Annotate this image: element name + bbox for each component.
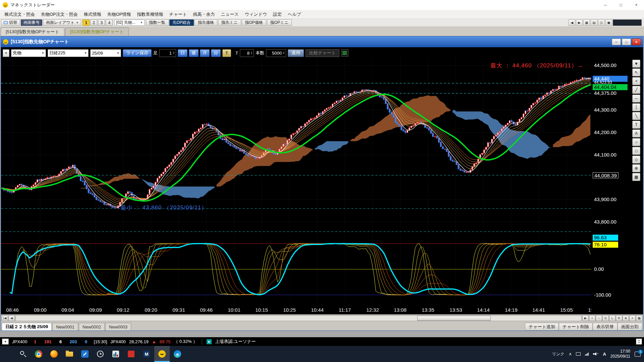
switch-button[interactable]: 切替 xyxy=(1,19,20,26)
notification-center-icon[interactable]: 1 xyxy=(635,352,641,357)
annotation-tool[interactable]: A xyxy=(632,129,640,137)
monex-m-taskbar-button[interactable]: M xyxy=(139,346,154,362)
chart-action-button-1[interactable]: チャート削除 xyxy=(559,323,593,330)
menu-item[interactable]: 先物OP情報 xyxy=(104,10,134,18)
chart-minimize-button[interactable]: ─ xyxy=(612,39,621,45)
menu-item[interactable]: 株式情報 xyxy=(81,10,104,18)
chevron-up-icon[interactable]: ∧ xyxy=(569,352,572,356)
scroll-left-button[interactable]: |◀ xyxy=(2,315,8,321)
apply-button[interactable]: 適用 xyxy=(288,49,304,57)
crosshair-tool[interactable]: + xyxy=(632,77,640,85)
price-axis[interactable]: 44,500.0044,44044,423.9344,404.0444,375.… xyxy=(592,59,631,231)
screen-number-button[interactable]: 画面番号 xyxy=(21,19,42,26)
grid-view-icon[interactable]: ▦ xyxy=(583,19,590,26)
rss-taskbar-button[interactable] xyxy=(123,346,139,362)
mode-r-button[interactable]: R xyxy=(616,315,622,321)
bar-input[interactable]: 1 ▲▼ xyxy=(159,49,176,57)
close-drawing-button[interactable]: × xyxy=(629,315,636,321)
line-save-button[interactable]: ライン保存 xyxy=(123,49,152,57)
firefox-taskbar-button[interactable] xyxy=(46,346,62,362)
ellipse-tool[interactable]: ○ xyxy=(632,138,640,146)
screen-capture-icon[interactable]: ▣ xyxy=(605,19,612,26)
compare-chart-button[interactable]: 比較チャート xyxy=(306,49,339,57)
columns-view-icon[interactable]: ◫ xyxy=(598,19,605,26)
monex-trader-taskbar-button[interactable] xyxy=(154,346,170,362)
spinner-icon[interactable]: ▲▼ xyxy=(283,51,285,55)
clock-taskbar-button[interactable] xyxy=(93,346,108,362)
chart-tab-1[interactable]: New0001 xyxy=(52,323,78,330)
volume-muted-icon[interactable]: × xyxy=(593,352,598,356)
status-symbol[interactable]: JPX400 xyxy=(12,339,28,344)
preset-dropdown[interactable]: [02] 先物... ▼ xyxy=(114,19,145,26)
edge-taskbar-button[interactable]: e xyxy=(170,346,185,362)
minimize-button[interactable]: ─ xyxy=(598,0,613,10)
vertical-line-tool[interactable]: │ xyxy=(632,103,640,111)
chrome-taskbar-button[interactable] xyxy=(31,346,46,362)
quick-button-5[interactable]: 指OPミニ xyxy=(267,19,292,26)
scroll-right-button[interactable]: ▶ xyxy=(582,315,589,321)
page-button-1[interactable]: 1 xyxy=(83,19,90,26)
quick-button-4[interactable]: 指OP価格 xyxy=(242,19,266,26)
oscillator-axis[interactable]: 96.6376.100.00-100.00 xyxy=(592,231,631,306)
scroll-right-icon[interactable]: ▶ xyxy=(576,19,583,26)
indicator-list-icon[interactable] xyxy=(341,49,348,57)
ticker-scroll-buttons[interactable]: ▲▼ xyxy=(636,339,642,345)
mode-d-button[interactable]: D xyxy=(602,315,609,321)
notes-taskbar-button[interactable] xyxy=(77,346,93,362)
symbol-select[interactable]: 日経225 ▼ xyxy=(48,49,89,57)
chart-tab-2[interactable]: New0002 xyxy=(79,323,105,330)
page-button-3[interactable]: 3 xyxy=(98,19,105,26)
quick-button-2[interactable]: 指先価格 xyxy=(195,19,217,26)
status-symbol-dropdown[interactable]: ▼ xyxy=(2,339,9,345)
document-tab-0[interactable]: [5130]指数先物OPチャート xyxy=(1,27,64,36)
ime-indicator[interactable]: A xyxy=(603,352,606,357)
target-button[interactable]: ⊕ xyxy=(623,315,629,321)
scroll-left-button[interactable]: ◀ xyxy=(8,315,15,321)
network-signal-icon[interactable] xyxy=(585,352,589,356)
contract-select[interactable]: 25/09 ▼ xyxy=(90,49,121,57)
chart-mini-dropdown[interactable]: ▼ xyxy=(3,49,9,57)
page-button-4[interactable]: 4 xyxy=(106,19,113,26)
start-taskbar-button[interactable] xyxy=(0,346,15,362)
scrollbar-thumb[interactable] xyxy=(417,316,491,321)
channel-tool[interactable]: ╲ xyxy=(632,112,640,120)
menu-item[interactable]: ヘルプ xyxy=(285,10,304,18)
monitor-tray-icon[interactable] xyxy=(576,352,581,356)
quick-button-1[interactable]: 先OP総合 xyxy=(169,19,194,26)
grid-tool[interactable]: ▦ xyxy=(632,173,640,181)
period-button[interactable]: 分 xyxy=(211,49,221,57)
chart-window-titlebar[interactable]: [5130]指数先物OPチャート ─ □ × xyxy=(1,37,643,47)
tick-input[interactable]: 8 ▲▼ xyxy=(240,49,254,57)
scroll-left-icon[interactable]: ◀ xyxy=(569,19,575,26)
diamond-tool[interactable]: ◇ xyxy=(632,156,640,164)
maximize-button[interactable]: □ xyxy=(613,0,629,10)
quick-button-3[interactable]: 指先ミニ xyxy=(218,19,241,26)
spinner-icon[interactable]: ▲▼ xyxy=(251,51,253,55)
period-button[interactable]: 月 xyxy=(200,49,210,57)
period-button[interactable]: 日 xyxy=(178,49,187,57)
clock-tray[interactable]: 17:00 2025/09/11 xyxy=(610,349,630,359)
chart-tab-0[interactable]: 日経２２５先物 25/09 xyxy=(2,323,52,330)
menu-item[interactable]: 先物OP注文・照会 xyxy=(38,10,81,18)
zoom-out-button[interactable]: − xyxy=(596,315,602,321)
oscillator-canvas[interactable] xyxy=(1,231,591,306)
axis-scroll-up-icon[interactable]: ▼ xyxy=(632,60,640,68)
tick-button[interactable]: T xyxy=(222,49,231,57)
list-view-icon[interactable]: ▤ xyxy=(591,19,597,26)
cursor-tool[interactable]: ↖ xyxy=(632,68,640,76)
menu-item[interactable]: ニュース xyxy=(218,10,242,18)
chart-action-button-0[interactable]: チャート追加 xyxy=(525,323,559,330)
period-button[interactable]: 週 xyxy=(189,49,199,57)
document-tab-1[interactable]: [5130]指数先物OPチャート xyxy=(65,27,129,36)
menu-item[interactable]: 株式注文・照会 xyxy=(1,10,38,18)
page-button-2[interactable]: 2 xyxy=(90,19,97,26)
chart-maximize-button[interactable]: □ xyxy=(622,39,631,45)
close-button[interactable]: × xyxy=(629,0,644,10)
scrollbar-track[interactable] xyxy=(15,315,582,321)
menu-item[interactable]: ウィンドウ xyxy=(241,10,270,18)
screen-layout-button[interactable]: 画面レイアウト ▼ xyxy=(43,19,81,26)
rectangle-tool[interactable]: □ xyxy=(632,147,640,155)
chart-action-button-3[interactable]: 画面分割 xyxy=(618,323,642,330)
category-select[interactable]: 先物 ▼ xyxy=(11,49,46,57)
price-chart-canvas[interactable] xyxy=(1,59,591,231)
